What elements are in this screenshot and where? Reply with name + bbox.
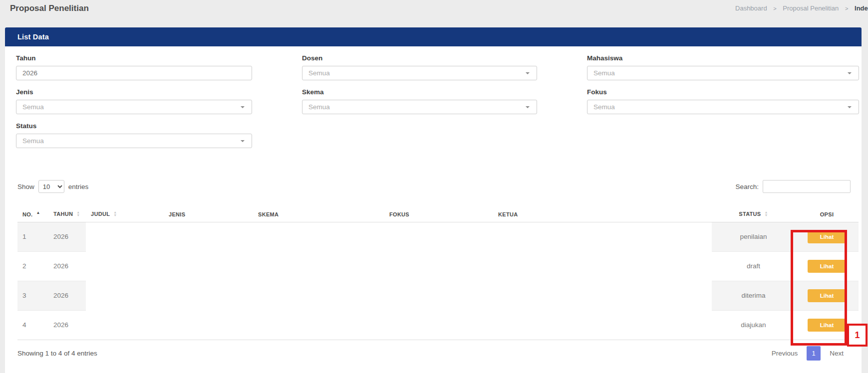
cell-status: draft (712, 251, 795, 281)
column-header-no[interactable]: NO.▲ (17, 207, 48, 222)
breadcrumb-item-dashboard[interactable]: Dashboard (735, 4, 767, 12)
column-header-ketua: KETUA (493, 207, 712, 222)
filter-dosen-value: Semua (308, 69, 330, 77)
filter-fokus-select[interactable]: Semua (587, 100, 859, 114)
filter-fokus: Fokus Semua (587, 88, 859, 114)
breadcrumb-separator: > (845, 5, 848, 11)
filter-fokus-label: Fokus (587, 88, 859, 96)
filter-tahun-label: Tahun (16, 54, 252, 62)
page-length-select[interactable]: 10 (38, 180, 64, 193)
table-header-row: NO.▲TAHUN▲▼JUDUL▲▼JENISSKEMAFOKUSKETUAST… (17, 207, 859, 222)
column-header-status[interactable]: STATUS▲▼ (712, 207, 795, 222)
card-header-title: List Data (5, 27, 862, 46)
filter-jenis-value: Semua (22, 103, 44, 111)
column-header-tahun[interactable]: TAHUN▲▼ (48, 207, 86, 222)
filter-mahasiswa-label: Mahasiswa (587, 54, 859, 62)
cell-no: 2 (17, 251, 48, 281)
filter-dosen-select[interactable]: Semua (302, 66, 537, 80)
sort-both-icon: ▲▼ (76, 211, 80, 217)
pagination: Previous 1 Next (765, 346, 851, 361)
filter-mahasiswa-select[interactable]: Semua (587, 66, 859, 80)
cell-status: diterima (712, 281, 795, 310)
previous-button[interactable]: Previous (765, 347, 805, 360)
cell-tahun: 2026 (48, 281, 86, 310)
filter-mahasiswa: Mahasiswa Semua (587, 54, 859, 80)
annotation-label: 1 (847, 324, 868, 347)
filter-status-select[interactable]: Semua (16, 134, 252, 148)
filter-panel: Tahun Dosen Semua Mahasiswa Semua Jenis … (16, 54, 854, 148)
filter-jenis-select[interactable]: Semua (16, 100, 252, 114)
page-1-button[interactable]: 1 (807, 346, 821, 361)
column-header-opsi: OPSI (795, 207, 859, 222)
entries-label: entries (68, 183, 89, 190)
cell-no: 3 (17, 281, 48, 310)
sort-both-icon: ▲▼ (113, 211, 117, 217)
breadcrumb: Dashboard > Proposal Penelitian > Index (735, 4, 868, 12)
filter-fokus-value: Semua (593, 103, 615, 111)
filter-skema: Skema Semua (302, 88, 537, 114)
filter-jenis: Jenis Semua (16, 88, 252, 114)
filter-skema-value: Semua (308, 103, 330, 111)
breadcrumb-separator: > (773, 5, 776, 11)
breadcrumb-item-proposal-penelitian[interactable]: Proposal Penelitian (783, 4, 839, 12)
column-header-judul[interactable]: JUDUL▲▼ (86, 207, 164, 222)
card-body: Tahun Dosen Semua Mahasiswa Semua Jenis … (5, 46, 862, 361)
page-title: Proposal Penelitian (10, 3, 89, 13)
filter-skema-label: Skema (302, 88, 537, 96)
filter-status-value: Semua (22, 137, 44, 145)
search-label: Search: (735, 183, 759, 190)
cell-status: penilaian (712, 222, 795, 251)
filter-status-label: Status (16, 122, 252, 130)
entries-info: Showing 1 to 4 of 4 entries (17, 350, 97, 357)
sort-both-icon: ▲▼ (764, 211, 768, 217)
filter-skema-select[interactable]: Semua (302, 100, 537, 114)
cell-no: 1 (17, 222, 48, 251)
redacted-area (86, 222, 712, 340)
search-control: Search: (735, 180, 851, 193)
table-footer: Showing 1 to 4 of 4 entries Previous 1 N… (12, 340, 854, 361)
breadcrumb-item-index: Index (855, 4, 868, 12)
topbar: Proposal Penelitian Dashboard > Proposal… (0, 0, 868, 27)
search-input[interactable] (763, 180, 851, 193)
cell-no: 4 (17, 310, 48, 340)
sort-asc-icon: ▲ (36, 211, 40, 215)
filter-dosen: Dosen Semua (302, 54, 537, 80)
next-button[interactable]: Next (823, 347, 851, 360)
annotation-box (791, 230, 847, 346)
cell-tahun: 2026 (48, 310, 86, 340)
column-header-skema: SKEMA (253, 207, 384, 222)
table-controls: Show 10 entries Search: (12, 180, 854, 193)
filter-tahun: Tahun (16, 54, 252, 80)
filter-tahun-input[interactable] (16, 66, 252, 80)
filter-status: Status Semua (16, 122, 252, 148)
cell-status: diajukan (712, 310, 795, 340)
show-label: Show (17, 183, 34, 190)
table-wrap: NO.▲TAHUN▲▼JUDUL▲▼JENISSKEMAFOKUSKETUAST… (12, 207, 854, 340)
column-header-fokus: FOKUS (384, 207, 493, 222)
column-header-jenis: JENIS (164, 207, 253, 222)
filter-jenis-label: Jenis (16, 88, 252, 96)
cell-tahun: 2026 (48, 222, 86, 251)
filter-mahasiswa-value: Semua (593, 69, 615, 77)
list-data-card: List Data Tahun Dosen Semua Mahasiswa Se… (5, 27, 862, 373)
filter-dosen-label: Dosen (302, 54, 537, 62)
cell-tahun: 2026 (48, 251, 86, 281)
page-length-control: Show 10 entries (17, 180, 88, 193)
